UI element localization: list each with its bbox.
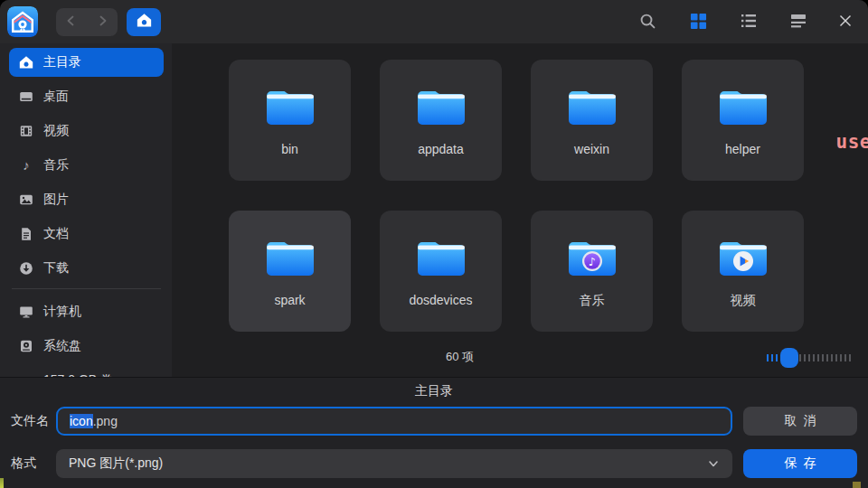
sidebar-item-system-disk[interactable]: 系统盘 <box>9 332 164 361</box>
chevron-left-icon <box>64 14 79 32</box>
search-button[interactable] <box>636 11 659 34</box>
folder-icon <box>264 83 316 132</box>
icon-size-slider[interactable] <box>767 348 854 368</box>
filename-input[interactable]: icon.png <box>56 407 732 436</box>
sidebar-item-label: 下载 <box>43 260 69 277</box>
folder-item-appdata[interactable]: appdata <box>380 60 502 181</box>
folder-icon <box>566 83 618 132</box>
sidebar-item-desktop[interactable]: 桌面 <box>9 82 164 111</box>
desktop-icon <box>19 89 33 104</box>
folder-name: weixin <box>574 142 609 156</box>
app-menu-button[interactable] <box>7 6 38 37</box>
folder-name: 音乐 <box>580 293 605 309</box>
folder-name: 视频 <box>731 293 756 309</box>
home-button[interactable] <box>127 8 161 36</box>
chevron-down-icon <box>707 457 720 470</box>
filename-label: 文件名 <box>11 413 49 429</box>
sidebar-item-volume[interactable]: 157.0 GB 卷 <box>9 366 164 377</box>
picture-icon <box>19 192 33 207</box>
sidebar-item-music[interactable]: ♪ 音乐 <box>9 151 164 180</box>
file-manager-logo-icon <box>7 24 38 37</box>
home-icon <box>137 13 152 32</box>
sidebar-item-label: 计算机 <box>43 304 81 320</box>
back-button[interactable] <box>56 8 87 36</box>
sidebar: 主目录 桌面 视频 ♪ 音乐 图片 文档 下载 计算机 <box>0 43 172 377</box>
wallpaper-artifact-left <box>0 478 4 488</box>
list-view-button[interactable] <box>737 11 760 34</box>
watermark-text: use <box>836 131 868 153</box>
grid-view-icon <box>690 13 707 33</box>
folder-item-videos[interactable]: 视频 <box>682 211 804 332</box>
folder-name: spark <box>274 293 305 307</box>
folder-item-dosdevices[interactable]: dosdevices <box>380 211 502 332</box>
sidebar-item-label: 音乐 <box>43 157 69 174</box>
folder-grid: bin appdata weixin helper spark dosdevic… <box>229 60 804 332</box>
title-bar[interactable] <box>0 0 868 43</box>
format-value: PNG 图片(*.png) <box>69 455 163 472</box>
list-view-icon <box>740 12 758 33</box>
folder-icon <box>717 83 769 132</box>
detail-view-button[interactable] <box>787 11 810 34</box>
save-button[interactable]: 保存 <box>743 449 857 478</box>
sidebar-item-label: 图片 <box>43 192 69 208</box>
sidebar-item-home[interactable]: 主目录 <box>9 48 164 77</box>
music-folder-icon <box>566 234 618 283</box>
computer-icon <box>19 305 33 319</box>
video-folder-icon <box>717 234 769 283</box>
folder-name: appdata <box>418 142 464 156</box>
detail-view-icon <box>789 12 807 33</box>
folder-name: dosdevices <box>409 293 472 307</box>
chevron-right-icon <box>95 14 109 32</box>
music-note-icon: ♪ <box>19 158 33 173</box>
folder-item-music[interactable]: 音乐 <box>531 211 653 332</box>
filename-selected-text: icon <box>70 414 93 428</box>
sidebar-item-label: 桌面 <box>43 89 69 105</box>
file-save-dialog-window: 主目录 桌面 视频 ♪ 音乐 图片 文档 下载 计算机 <box>0 0 868 488</box>
filename-extension-text: .png <box>93 414 118 428</box>
folder-item-spark[interactable]: spark <box>229 211 351 332</box>
sidebar-item-downloads[interactable]: 下载 <box>9 254 164 283</box>
current-location-label: 主目录 <box>0 383 868 399</box>
folder-name: bin <box>281 142 298 156</box>
sidebar-item-documents[interactable]: 文档 <box>9 220 164 249</box>
slider-track[interactable] <box>799 354 852 361</box>
disk-icon <box>19 339 33 353</box>
home-icon <box>19 55 33 70</box>
folder-icon <box>415 234 467 283</box>
folder-item-weixin[interactable]: weixin <box>531 60 653 181</box>
cancel-button[interactable]: 取消 <box>743 407 857 436</box>
item-count-label: 60 项 <box>446 349 474 365</box>
sidebar-item-videos[interactable]: 视频 <box>9 117 164 145</box>
folder-icon <box>415 83 467 132</box>
folder-item-bin[interactable]: bin <box>229 60 351 181</box>
download-icon <box>19 261 33 276</box>
document-icon <box>19 227 33 241</box>
sidebar-item-label: 系统盘 <box>43 338 81 354</box>
format-dropdown[interactable]: PNG 图片(*.png) <box>56 449 732 478</box>
close-icon <box>837 13 854 33</box>
folder-icon <box>264 234 316 283</box>
sidebar-separator <box>12 288 161 289</box>
wallpaper-artifact-right <box>853 482 861 488</box>
sidebar-item-label: 主目录 <box>43 54 81 70</box>
folder-item-helper[interactable]: helper <box>682 60 804 181</box>
format-label: 格式 <box>11 455 36 472</box>
file-browser-view[interactable]: bin appdata weixin helper spark dosdevic… <box>172 43 868 377</box>
close-button[interactable] <box>834 11 857 34</box>
save-panel: 主目录 文件名 icon.png 取消 格式 PNG 图片(*.png) 保存 <box>0 377 868 488</box>
sidebar-item-label: 视频 <box>43 123 69 139</box>
sidebar-item-computer[interactable]: 计算机 <box>9 297 164 326</box>
folder-name: helper <box>725 142 760 156</box>
forward-button[interactable] <box>87 8 118 36</box>
slider-thumb[interactable] <box>780 348 798 368</box>
videos-icon <box>19 124 33 138</box>
grid-view-button[interactable] <box>686 11 710 34</box>
sidebar-item-pictures[interactable]: 图片 <box>9 185 164 214</box>
sidebar-item-label: 文档 <box>43 226 69 242</box>
navigation-group <box>56 8 118 36</box>
search-icon <box>638 12 657 34</box>
slider-track-active[interactable] <box>767 354 780 361</box>
